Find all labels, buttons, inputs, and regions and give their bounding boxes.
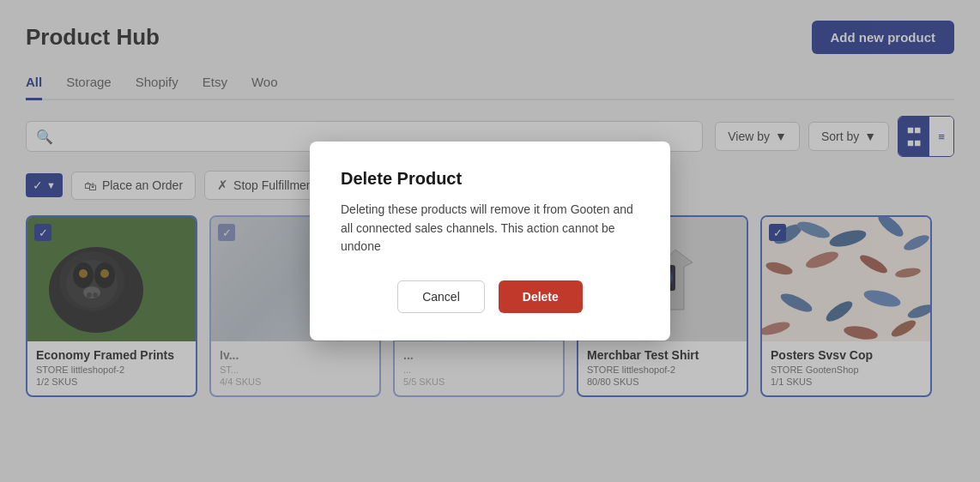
modal-actions: Cancel Delete <box>341 280 639 313</box>
modal-title: Delete Product <box>341 169 639 189</box>
modal-overlay: Delete Product Deleting these products w… <box>0 0 980 482</box>
confirm-delete-button[interactable]: Delete <box>499 280 583 313</box>
page-container: Product Hub Add new product All Storage … <box>0 0 980 482</box>
modal-body: Deleting these products will remove it f… <box>341 201 639 256</box>
delete-product-modal: Delete Product Deleting these products w… <box>310 142 670 340</box>
cancel-button[interactable]: Cancel <box>397 280 485 313</box>
